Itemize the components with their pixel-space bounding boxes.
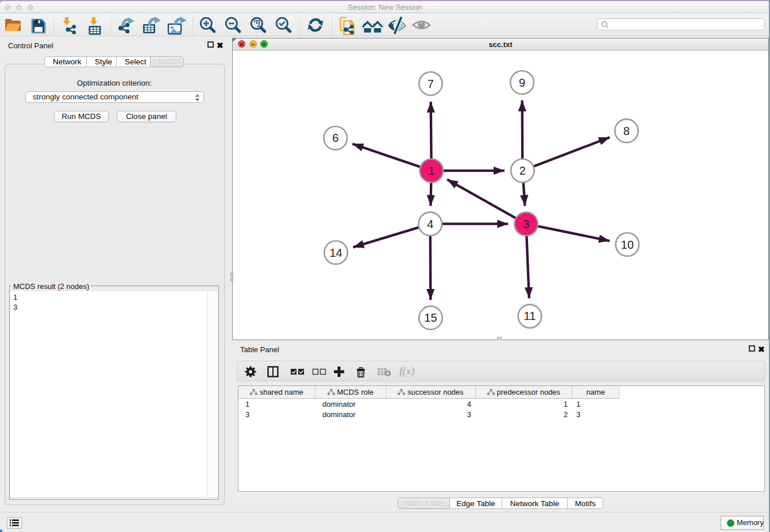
svg-text:4: 4	[427, 218, 433, 230]
svg-text:15: 15	[424, 311, 437, 324]
svg-text:2: 2	[519, 164, 526, 177]
svg-text:14: 14	[329, 246, 342, 259]
svg-text:10: 10	[621, 238, 634, 251]
svg-text:11: 11	[524, 310, 536, 322]
svg-text:3: 3	[523, 218, 529, 230]
svg-text:9: 9	[519, 76, 525, 89]
svg-text:6: 6	[332, 132, 338, 144]
svg-text:1: 1	[428, 164, 434, 177]
svg-text:7: 7	[428, 78, 434, 90]
svg-text:8: 8	[623, 125, 630, 137]
